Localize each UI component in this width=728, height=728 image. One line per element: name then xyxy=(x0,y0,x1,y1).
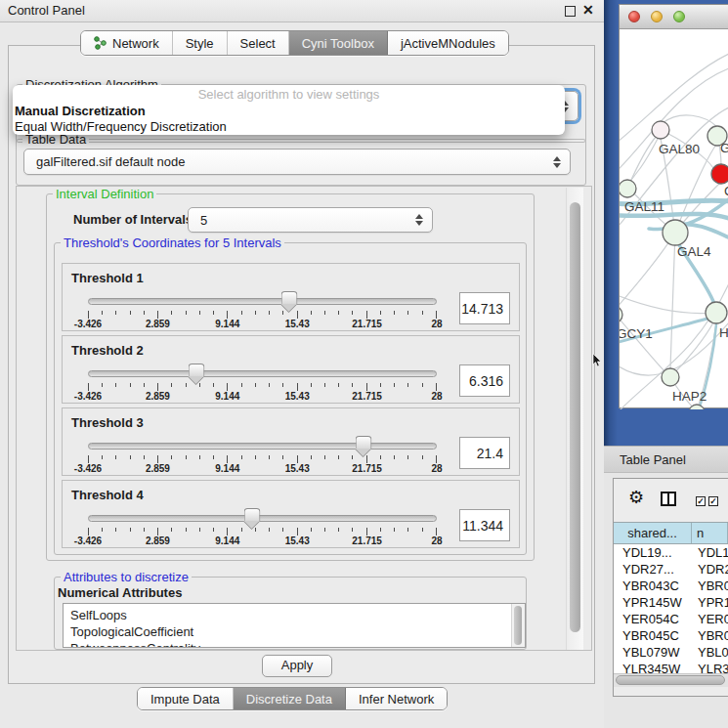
tab-infer-network[interactable]: Infer Network xyxy=(346,688,447,709)
threshold-slider[interactable]: -3.4262.8599.14415.4321.71528 xyxy=(88,408,437,477)
scrollbar-thumb[interactable] xyxy=(616,675,725,685)
list-scrollbar[interactable] xyxy=(511,604,525,647)
threshold-slider[interactable]: -3.4262.8599.14415.4321.71528 xyxy=(88,336,437,405)
control-panel-tabs: Network Style Select Cyni Toolbox jActiv… xyxy=(80,30,509,56)
threshold-row: Threshold 3 -3.4262.8599.14415.4321.7152… xyxy=(62,407,520,476)
tab-label: Style xyxy=(186,36,214,51)
slider-track[interactable] xyxy=(88,443,437,450)
threshold-value-field[interactable]: 21.4 xyxy=(459,437,510,469)
vertical-scrollbar[interactable] xyxy=(566,188,583,650)
slider-track[interactable] xyxy=(88,515,437,522)
threshold-value-field[interactable]: 14.713 xyxy=(459,292,510,324)
table-row[interactable]: YLR345WYLR3 xyxy=(614,661,728,674)
node-label: HAP2 xyxy=(672,389,707,404)
tab-cyni-toolbox[interactable]: Cyni Toolbox xyxy=(289,31,388,55)
table-rows: YDL19...YDL1YDR27...YDR2YBR043CYBR0YPR14… xyxy=(614,544,728,674)
control-panel-titlebar: Control Panel ✕ xyxy=(0,0,604,22)
list-item[interactable]: TopologicalCoefficient xyxy=(70,623,525,640)
checkbox-icon[interactable]: ✓ xyxy=(708,496,718,506)
table-row[interactable]: YER054CYER0 xyxy=(614,611,728,627)
tab-discretize-data[interactable]: Discretize Data xyxy=(234,688,346,709)
apply-button[interactable]: Apply xyxy=(262,655,332,677)
network-window-titlebar[interactable] xyxy=(620,5,728,29)
node-label: GAL4 xyxy=(677,244,711,259)
column-header-name[interactable]: n xyxy=(692,523,728,543)
horizontal-scrollbar[interactable] xyxy=(614,673,728,687)
table-row[interactable]: YPR145WYPR1 xyxy=(614,594,728,611)
tab-style[interactable]: Style xyxy=(173,31,228,55)
popup-item-equal-width-frequency[interactable]: Equal Width/Frequency Discretization xyxy=(13,119,565,135)
float-window-icon[interactable] xyxy=(565,6,576,17)
table-row[interactable]: YBR043CYBR0 xyxy=(614,578,728,594)
number-of-intervals-value: 5 xyxy=(200,213,207,228)
network-view-window: GAL80GAL4GAL11GCY1HAP2HGC xyxy=(619,4,728,408)
table-toolbar: ⚙ ✓ ✓ xyxy=(614,479,728,522)
network-node[interactable] xyxy=(711,164,728,184)
table-row[interactable]: YDR27...YDR2 xyxy=(614,561,728,578)
network-node[interactable] xyxy=(662,368,679,386)
threshold-slider[interactable]: -3.4262.8599.14415.4321.71528 xyxy=(88,481,437,549)
threshold-slider[interactable]: -3.4262.8599.14415.4321.71528 xyxy=(88,264,437,332)
tab-impute-data[interactable]: Impute Data xyxy=(138,688,234,709)
threshold-value-field[interactable]: 6.316 xyxy=(459,364,510,397)
node-label: H xyxy=(719,325,728,340)
scrollbar-thumb[interactable] xyxy=(514,606,522,645)
popup-prompt: Select algorithm to view settings xyxy=(13,85,565,104)
group-title: Threshold's Coordinates for 5 Intervals xyxy=(61,236,284,250)
table-data-select[interactable]: galFiltered.sif default node xyxy=(23,149,571,175)
network-canvas[interactable]: GAL80GAL4GAL11GCY1HAP2HGC xyxy=(620,29,728,409)
table-row[interactable]: YBL079WYBL0 xyxy=(614,644,728,661)
tab-select[interactable]: Select xyxy=(228,31,289,55)
group-title: Attributes to discretize xyxy=(61,570,192,584)
slider-thumb[interactable] xyxy=(356,436,372,456)
list-item[interactable]: SelfLoops xyxy=(70,607,525,623)
split-table-icon[interactable] xyxy=(661,492,676,506)
tab-label: Infer Network xyxy=(359,692,434,707)
list-item[interactable]: BetweennessCentrality xyxy=(70,640,525,648)
zoom-window-icon[interactable] xyxy=(673,11,685,22)
tab-jactivemnodules[interactable]: jActiveMNodules xyxy=(388,31,508,55)
tab-label: Network xyxy=(112,36,159,51)
slider-thumb[interactable] xyxy=(188,364,204,384)
checkbox-icon[interactable]: ✓ xyxy=(696,496,706,506)
table-row[interactable]: YBR045CYBR0 xyxy=(614,627,728,644)
numerical-attributes-list[interactable]: SelfLoops TopologicalCoefficient Between… xyxy=(63,603,526,648)
network-svg: GAL80GAL4GAL11GCY1HAP2HGC xyxy=(620,29,728,409)
network-node[interactable] xyxy=(652,121,669,139)
tab-network[interactable]: Network xyxy=(81,31,173,55)
slider-tick-labels: -3.4262.8599.14415.4321.71528 xyxy=(88,535,437,547)
combo-stepper-icon xyxy=(415,214,423,226)
slider-thumb[interactable] xyxy=(243,508,260,529)
network-node[interactable] xyxy=(706,302,727,323)
threshold-row: Threshold 4 -3.4262.8599.14415.4321.7152… xyxy=(62,480,520,548)
slider-thumb[interactable] xyxy=(281,291,298,312)
gear-icon[interactable]: ⚙ xyxy=(628,487,644,508)
minimize-window-icon[interactable] xyxy=(651,11,663,22)
tab-label: Impute Data xyxy=(150,692,220,707)
table-row[interactable]: YDL19...YDL1 xyxy=(614,544,728,561)
close-panel-icon[interactable]: ✕ xyxy=(582,2,594,18)
numerical-attributes-label: Numerical Attributes xyxy=(58,585,182,600)
column-header-shared-name[interactable]: shared... xyxy=(614,523,692,543)
network-icon xyxy=(94,36,107,50)
threshold-row: Threshold 2 -3.4262.8599.14415.4321.7152… xyxy=(62,335,520,404)
network-node[interactable] xyxy=(663,220,688,245)
number-of-intervals-label: Number of Intervals xyxy=(73,212,193,227)
scrollbar-thumb[interactable] xyxy=(570,202,580,632)
screen: Control Panel ✕ Network Style Select xyxy=(0,0,728,728)
slider-track[interactable] xyxy=(88,370,437,377)
slider-track[interactable] xyxy=(88,298,437,305)
tab-label: Discretize Data xyxy=(246,692,332,707)
group-title: Interval Definition xyxy=(53,187,156,201)
node-label: GCY1 xyxy=(620,326,653,341)
threshold-value-field[interactable]: 11.344 xyxy=(459,509,510,541)
popup-item-manual-discretization[interactable]: Manual Discretization xyxy=(13,104,565,119)
tab-label: Select xyxy=(240,36,276,51)
close-window-icon[interactable] xyxy=(628,11,640,22)
slider-tick-labels: -3.4262.8599.14415.4321.71528 xyxy=(88,319,437,330)
node-label: GAL11 xyxy=(624,199,664,214)
node-label: C xyxy=(724,184,728,198)
number-of-intervals-select[interactable]: 5 xyxy=(188,207,433,233)
network-node[interactable] xyxy=(620,180,636,197)
algorithm-popup: Select algorithm to view settings Manual… xyxy=(13,85,565,135)
